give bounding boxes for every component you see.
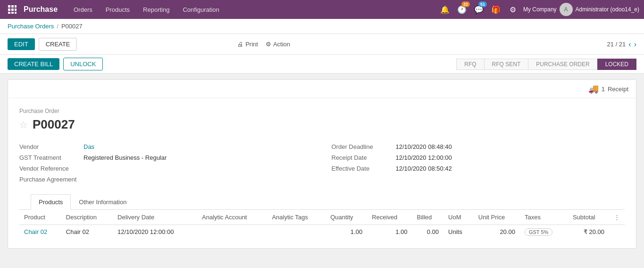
breadcrumb: Purchase Orders / P00027 — [0, 19, 644, 34]
order-deadline-value: 12/10/2020 08:48:40 — [396, 143, 452, 150]
row-product[interactable]: Chair 02 — [19, 225, 61, 239]
order-body: Purchase Order ☆ P00027 Vendor Das GST T… — [8, 98, 636, 248]
order-number: P00027 — [33, 117, 75, 132]
svg-rect-8 — [15, 12, 17, 14]
svg-rect-3 — [8, 9, 10, 11]
purchase-agr-row: Purchase Agreement — [19, 174, 313, 185]
vendor-row: Vendor Das — [19, 141, 313, 152]
table-row: Chair 02 Chair 02 12/10/2020 12:00:00 1.… — [19, 225, 625, 239]
svg-rect-2 — [15, 5, 17, 8]
gst-row: GST Treatment Registered Business - Regu… — [19, 152, 313, 163]
user-info[interactable]: My Company A Administrator (odoo14_e) — [523, 3, 639, 16]
chat-badge: 51 — [478, 1, 487, 7]
action-button[interactable]: ⚙ Action — [266, 41, 290, 48]
receipt-date-label: Receipt Date — [332, 154, 393, 161]
tab-other-info[interactable]: Other Information — [71, 194, 134, 210]
col-analytic-account: Analytic Account — [197, 210, 267, 225]
company-name: My Company — [523, 6, 557, 13]
col-more[interactable]: ⋮ — [609, 210, 625, 225]
app-name: Purchase — [24, 5, 58, 14]
next-arrow[interactable]: › — [634, 40, 636, 49]
action-bar: EDIT CREATE 🖨 Print ⚙ Action 21 / 21 ‹ › — [0, 34, 644, 55]
row-taxes: GST 5% — [520, 225, 568, 239]
action-middle: 🖨 Print ⚙ Action — [237, 41, 290, 48]
bell-icon[interactable]: 🔔 — [438, 3, 452, 16]
vendor-value[interactable]: Das — [84, 143, 94, 150]
vendor-ref-row: Vendor Reference — [19, 163, 313, 174]
breadcrumb-separator: / — [57, 23, 59, 30]
col-analytic-tags: Analytic Tags — [267, 210, 326, 225]
breadcrumb-parent[interactable]: Purchase Orders — [8, 23, 54, 30]
pagination-count: 21 / 21 — [607, 41, 626, 48]
clock-icon[interactable]: 🕐 22 — [455, 3, 468, 16]
card-header: 🚚 1 Receipt — [8, 80, 636, 98]
nav-products[interactable]: Products — [99, 0, 136, 19]
receipt-button[interactable]: 🚚 1 Receipt — [588, 84, 628, 94]
svg-rect-4 — [11, 9, 14, 11]
user-name: Administrator (odoo14_e) — [576, 6, 639, 13]
truck-icon: 🚚 — [588, 84, 599, 94]
vendor-label: Vendor — [19, 143, 81, 150]
nav-links: Orders Products Reporting Configuration — [67, 0, 438, 19]
status-steps: RFQ RFQ SENT PURCHASE ORDER LOCKED — [456, 59, 636, 70]
gift-icon[interactable]: 🎁 — [489, 3, 502, 16]
svg-rect-1 — [11, 5, 14, 8]
step-purchase-order[interactable]: PURCHASE ORDER — [528, 59, 597, 70]
order-type-label: Purchase Order — [19, 108, 625, 114]
breadcrumb-current: P00027 — [61, 23, 83, 30]
pagination: 21 / 21 ‹ › — [607, 40, 636, 49]
row-description: Chair 02 — [61, 225, 113, 239]
edit-button[interactable]: EDIT — [8, 38, 35, 50]
table-container: Product Description Delivery Date Analyt… — [19, 210, 625, 239]
gst-value: Registered Business - Regular — [84, 154, 167, 161]
step-locked[interactable]: LOCKED — [597, 59, 636, 70]
settings-icon[interactable]: ⚙ — [506, 3, 519, 16]
row-analytic-tags — [267, 225, 326, 239]
row-analytic-account — [197, 225, 267, 239]
avatar: A — [560, 3, 573, 16]
receipt-count: 1 — [602, 86, 605, 93]
row-delivery-date: 12/10/2020 12:00:00 — [113, 225, 197, 239]
star-icon[interactable]: ☆ — [19, 119, 28, 130]
chat-icon[interactable]: 💬 51 — [472, 3, 485, 16]
create-button[interactable]: CREATE — [39, 38, 77, 51]
gst-label: GST Treatment — [19, 154, 81, 161]
gst-badge: GST 5% — [525, 228, 552, 236]
col-quantity: Quantity — [326, 210, 367, 225]
prev-arrow[interactable]: ‹ — [628, 40, 631, 49]
step-rfq[interactable]: RFQ — [456, 59, 484, 70]
print-icon: 🖨 — [237, 41, 243, 48]
receipt-label: Receipt — [608, 86, 628, 93]
receipt-date-row: Receipt Date 12/10/2020 12:00:00 — [332, 152, 625, 163]
order-fields: Vendor Das GST Treatment Registered Busi… — [19, 141, 625, 185]
col-description: Description — [61, 210, 113, 225]
row-uom: Units — [443, 225, 474, 239]
nav-configuration[interactable]: Configuration — [176, 0, 226, 19]
main-content: 🚚 1 Receipt Purchase Order ☆ P00027 Vend… — [0, 74, 644, 254]
row-billed: 0.00 — [412, 225, 443, 239]
nav-orders[interactable]: Orders — [67, 0, 99, 19]
create-bill-button[interactable]: CREATE BILL — [8, 58, 59, 70]
nav-reporting[interactable]: Reporting — [136, 0, 176, 19]
svg-rect-5 — [15, 9, 17, 11]
clock-badge: 22 — [461, 1, 470, 7]
vendor-ref-label: Vendor Reference — [19, 165, 81, 172]
effective-date-row: Effective Date 12/10/2020 08:50:42 — [332, 163, 625, 174]
gear-icon: ⚙ — [266, 41, 271, 48]
order-title-row: ☆ P00027 — [19, 117, 625, 132]
step-rfq-sent[interactable]: RFQ SENT — [484, 59, 529, 70]
grid-icon[interactable] — [5, 2, 20, 17]
products-table: Product Description Delivery Date Analyt… — [19, 210, 625, 239]
svg-rect-7 — [11, 12, 14, 14]
col-unit-price: Unit Price — [474, 210, 520, 225]
order-card: 🚚 1 Receipt Purchase Order ☆ P00027 Vend… — [8, 79, 636, 249]
tab-products[interactable]: Products — [31, 194, 71, 210]
print-button[interactable]: 🖨 Print — [237, 41, 258, 48]
col-received: Received — [367, 210, 412, 225]
unlock-button[interactable]: UNLOCK — [63, 58, 103, 70]
left-fields: Vendor Das GST Treatment Registered Busi… — [19, 141, 313, 185]
nav-right: 🔔 🕐 22 💬 51 🎁 ⚙ My Company A Administrat… — [438, 3, 639, 16]
col-taxes: Taxes — [520, 210, 568, 225]
top-nav: Purchase Orders Products Reporting Confi… — [0, 0, 644, 19]
effective-date-value: 12/10/2020 08:50:42 — [396, 165, 452, 172]
